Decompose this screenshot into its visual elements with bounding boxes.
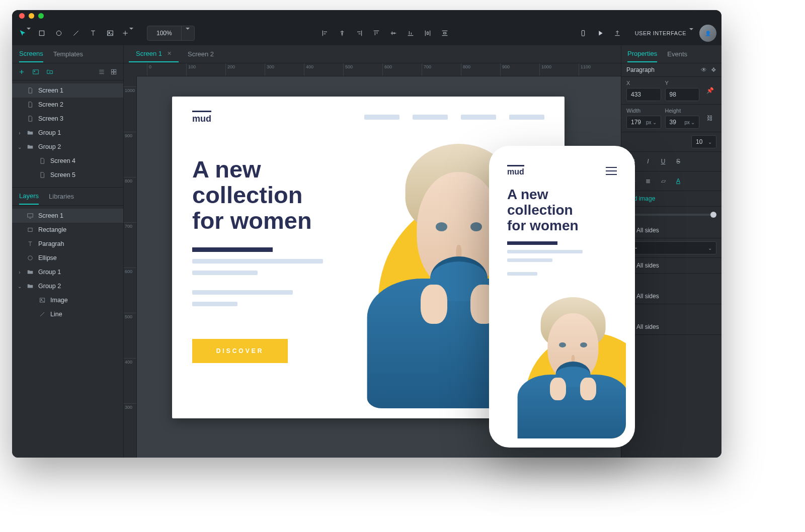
layers-tree-item[interactable]: Screen 1 (12, 209, 123, 223)
play-icon[interactable] (593, 26, 608, 41)
align-center-v-icon[interactable] (386, 26, 401, 41)
ruler-tick: 300 (265, 63, 274, 76)
tree-item-label: Screen 2 (38, 101, 63, 108)
underline-icon[interactable]: U (657, 155, 670, 168)
add-tool[interactable] (120, 26, 135, 41)
tab-layers[interactable]: Layers (19, 192, 39, 205)
visibility-icon[interactable]: 👁 (701, 66, 707, 73)
tree-item-label: Rectangle (38, 226, 66, 233)
all-sides-checkbox-2[interactable]: ✓All sides (621, 258, 721, 274)
svg-point-13 (28, 256, 32, 260)
tab-libraries[interactable]: Libraries (49, 193, 74, 204)
layers-tree-item[interactable]: Ellipse (12, 251, 123, 265)
select-tool[interactable] (17, 26, 32, 41)
close-tab-icon[interactable]: ✕ (167, 50, 172, 57)
layers-tree-item[interactable]: ›Group 1 (12, 265, 123, 279)
align-right-icon[interactable] (352, 26, 367, 41)
svg-rect-11 (28, 214, 33, 217)
tree-item-label: Screen 5 (50, 171, 75, 179)
minimize-window-button[interactable] (29, 13, 34, 19)
user-avatar[interactable]: 👤 (699, 25, 716, 42)
tab-screens[interactable]: Screens (19, 50, 43, 62)
all-sides-checkbox-3[interactable]: ✓All sides (621, 289, 721, 304)
image-icon (38, 296, 46, 304)
all-sides-checkbox-1[interactable]: ✓All sides (621, 223, 721, 238)
upload-icon[interactable] (610, 26, 625, 41)
image-tool[interactable] (103, 26, 118, 41)
svg-rect-2 (108, 31, 113, 35)
transform-icon[interactable]: ▱ (657, 174, 670, 188)
svg-rect-12 (28, 228, 32, 232)
corner-radius-input[interactable]: 10⌄ (691, 135, 716, 148)
layer-stack-icon[interactable]: ❖ (711, 66, 716, 73)
height-input[interactable]: 39px ⌄ (665, 116, 700, 129)
ruler-tick: 0 (147, 63, 151, 76)
layers-tree-item[interactable]: Image (12, 293, 123, 307)
layers-panel-tabs: Layers Libraries (12, 188, 123, 206)
layers-tree-item[interactable]: Line (12, 307, 123, 321)
list-icon[interactable]: ≣ (641, 174, 655, 188)
tree-item-label: Image (50, 297, 68, 304)
add-image-screen-icon[interactable] (31, 67, 40, 76)
align-center-h-icon[interactable] (335, 26, 350, 41)
tab-properties[interactable]: Properties (627, 50, 657, 62)
distribute-h-icon[interactable] (420, 26, 435, 41)
line-tool[interactable] (68, 26, 84, 41)
pin-icon[interactable]: 📌 (703, 84, 716, 97)
document-tab[interactable]: Screen 2 (181, 46, 221, 62)
opacity-slider[interactable] (626, 214, 716, 216)
zoom-dropdown-icon[interactable] (181, 26, 194, 40)
list-view-icon[interactable] (97, 67, 106, 76)
ellipse-tool[interactable] (51, 26, 66, 41)
distribute-v-icon[interactable] (437, 26, 452, 41)
italic-icon[interactable]: I (641, 155, 655, 168)
screens-tree-item[interactable]: ›Group 1 (12, 126, 123, 140)
all-sides-checkbox-4[interactable]: ✓All sides (621, 319, 721, 335)
add-image-link[interactable]: Add image (621, 191, 721, 207)
strikethrough-icon[interactable]: S (672, 155, 685, 168)
add-folder-icon[interactable] (45, 67, 54, 76)
layers-tree: Screen 1RectangleParagrahEllipse›Group 1… (12, 206, 123, 326)
maximize-window-button[interactable] (38, 13, 44, 19)
screens-tree-item[interactable]: Screen 5 (12, 168, 123, 182)
svg-point-6 (34, 70, 35, 71)
screens-tree-item[interactable]: Screen 3 (12, 112, 123, 126)
x-input[interactable]: 433 (626, 88, 661, 101)
text-tool[interactable] (86, 26, 101, 41)
tab-templates[interactable]: Templates (53, 50, 83, 62)
ruler-tick: 700 (124, 222, 136, 229)
grid-view-icon[interactable] (109, 67, 118, 76)
align-top-icon[interactable] (369, 26, 384, 41)
border-style-select[interactable]: —⌄ (626, 241, 716, 254)
document-tab[interactable]: Screen 1✕ (129, 46, 179, 62)
zoom-value: 100% (147, 30, 181, 37)
layers-tree-item[interactable]: Rectangle (12, 223, 123, 237)
svg-rect-8 (114, 69, 116, 71)
align-left-icon[interactable] (317, 26, 333, 41)
layers-tree-item[interactable]: Paragrah (12, 237, 123, 251)
device-icon[interactable] (576, 26, 591, 41)
svg-rect-7 (111, 69, 113, 71)
add-screen-icon[interactable] (17, 67, 26, 76)
close-window-button[interactable] (19, 13, 25, 19)
x-label: X (626, 80, 661, 86)
link-dimensions-icon[interactable]: ⛓ (703, 112, 716, 125)
tab-events[interactable]: Events (667, 50, 687, 62)
zoom-selector[interactable]: 100% (147, 26, 195, 41)
screens-tree-item[interactable]: ⌄Group 2 (12, 140, 123, 154)
text-color-icon[interactable]: A (672, 174, 685, 188)
screens-tree-item[interactable]: Screen 2 (12, 98, 123, 112)
rectangle-tool[interactable] (34, 26, 49, 41)
width-input[interactable]: 179px ⌄ (626, 116, 661, 129)
svg-rect-4 (582, 31, 584, 36)
mode-selector[interactable]: USER INTERFACE (635, 30, 693, 36)
ruler-tick: 900 (500, 63, 510, 76)
chevron-icon: › (17, 270, 22, 275)
screens-tree-item[interactable]: Screen 4 (12, 154, 123, 168)
layers-tree-item[interactable]: ⌄Group 2 (12, 279, 123, 293)
ruler-tick: 500 (124, 313, 136, 319)
align-bottom-icon[interactable] (403, 26, 418, 41)
tree-item-label: Ellipse (38, 254, 57, 261)
y-input[interactable]: 98 (665, 88, 700, 101)
screens-tree-item[interactable]: Screen 1 (12, 83, 123, 98)
